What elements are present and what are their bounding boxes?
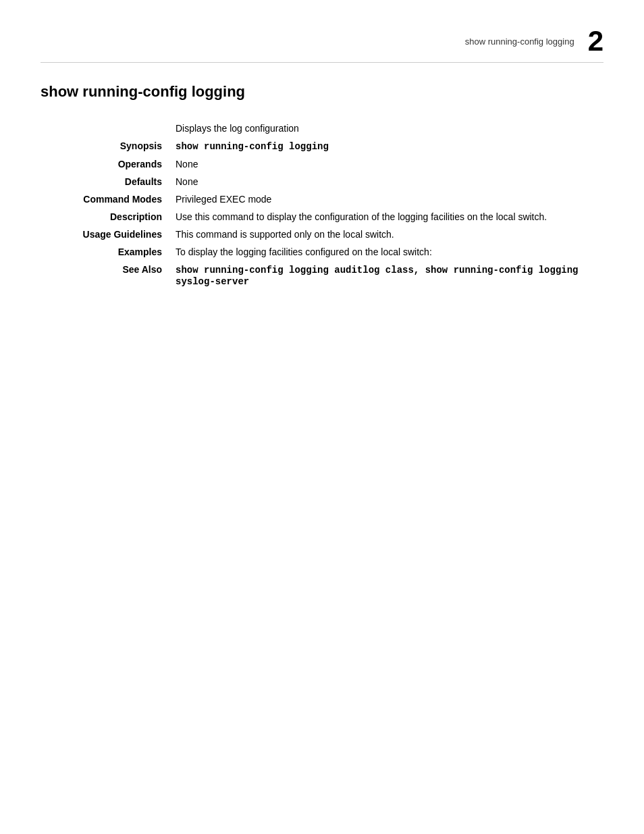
row-label: Operands: [41, 155, 176, 173]
row-value: show running-config logging: [176, 137, 603, 155]
row-label: Description: [41, 208, 176, 226]
table-row: DefaultsNone: [41, 173, 603, 190]
intro-label: [41, 120, 176, 137]
header-title: show running-config logging: [465, 36, 574, 47]
table-row: ExamplesTo display the logging facilitie…: [41, 243, 603, 261]
see-also-value: show running-config logging auditlog cla…: [176, 261, 603, 290]
table-row: Usage GuidelinesThis command is supporte…: [41, 226, 603, 243]
see-also-row: See Also show running-config logging aud…: [41, 261, 603, 290]
row-label: Defaults: [41, 173, 176, 190]
table-row: OperandsNone: [41, 155, 603, 173]
row-value: None: [176, 173, 603, 190]
main-table: Synopsisshow running-config loggingOpera…: [41, 137, 603, 261]
row-label: Synopsis: [41, 137, 176, 155]
page-header: show running-config logging 2: [41, 27, 603, 63]
page-title: show running-config logging: [41, 83, 603, 101]
table-row: DescriptionUse this command to display t…: [41, 208, 603, 226]
row-label: Command Modes: [41, 190, 176, 208]
row-value: None: [176, 155, 603, 173]
row-label: Examples: [41, 243, 176, 261]
row-value: Privileged EXEC mode: [176, 190, 603, 208]
intro-text: Displays the log configuration: [176, 120, 603, 137]
content-table: Displays the log configuration: [41, 120, 603, 137]
page-container: show running-config logging 2 show runni…: [0, 0, 644, 834]
row-value: To display the logging facilities config…: [176, 243, 603, 261]
row-value: Use this command to display the configur…: [176, 208, 603, 226]
row-label: Usage Guidelines: [41, 226, 176, 243]
page-number: 2: [588, 27, 603, 55]
see-also-table: See Also show running-config logging aud…: [41, 261, 603, 290]
table-row: Synopsisshow running-config logging: [41, 137, 603, 155]
intro-row: Displays the log configuration: [41, 120, 603, 137]
see-also-label: See Also: [41, 261, 176, 290]
table-row: Command ModesPrivileged EXEC mode: [41, 190, 603, 208]
row-value: This command is supported only on the lo…: [176, 226, 603, 243]
